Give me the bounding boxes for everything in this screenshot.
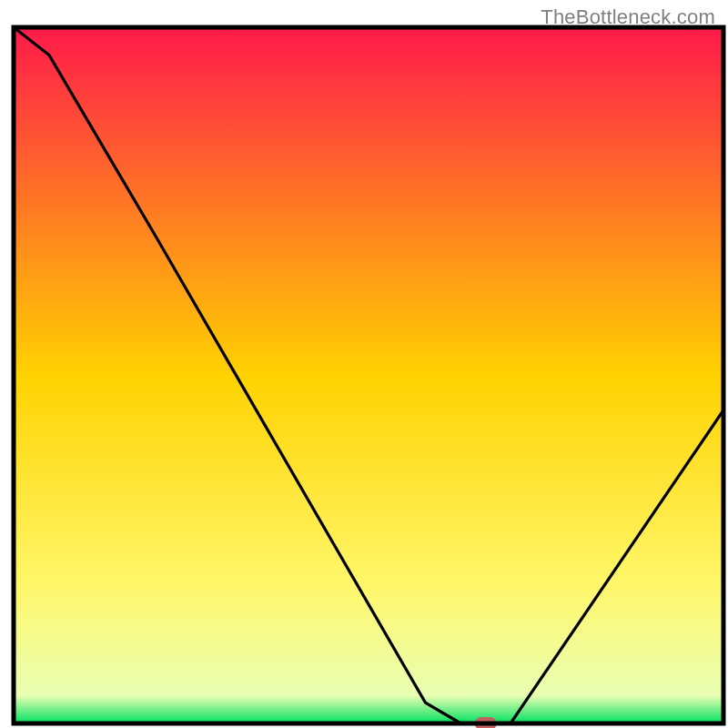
chart-svg bbox=[0, 0, 728, 728]
plot-area bbox=[14, 27, 723, 728]
bottleneck-chart: TheBottleneck.com bbox=[0, 0, 728, 728]
gradient-background bbox=[14, 27, 723, 723]
